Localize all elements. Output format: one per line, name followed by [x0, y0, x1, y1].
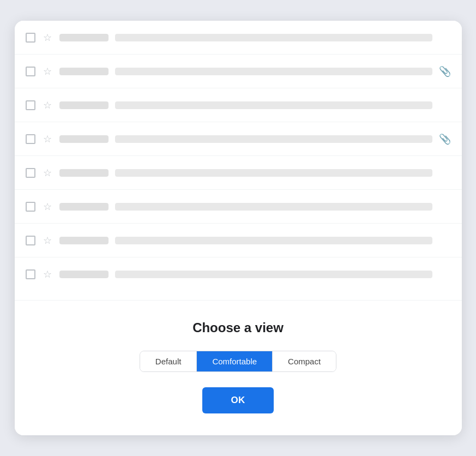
view-options-group: Default Comfortable Compact: [140, 351, 336, 372]
star-icon[interactable]: ☆: [42, 32, 53, 43]
email-row[interactable]: ☆: [15, 156, 462, 190]
subject-bar: [115, 34, 432, 41]
star-icon[interactable]: ☆: [42, 66, 53, 77]
sender-bar: [59, 34, 109, 41]
email-row[interactable]: ☆: [15, 224, 462, 257]
sender-bar: [59, 169, 109, 177]
email-list: ☆ ☆ 📎 ☆ ☆ 📎 ☆: [15, 21, 462, 300]
email-row[interactable]: ☆: [15, 190, 462, 224]
star-icon[interactable]: ☆: [42, 167, 53, 178]
checkbox-icon[interactable]: [26, 168, 35, 178]
view-option-compact[interactable]: Compact: [273, 351, 336, 371]
bottom-panel: Choose a view Default Comfortable Compac…: [15, 300, 462, 435]
checkbox-icon[interactable]: [26, 236, 35, 245]
sender-bar: [59, 135, 109, 143]
subject-bar: [115, 169, 432, 177]
sender-bar: [59, 68, 109, 75]
subject-bar: [115, 68, 432, 75]
star-icon[interactable]: ☆: [42, 134, 53, 145]
checkbox-icon[interactable]: [26, 67, 35, 76]
sender-bar: [59, 237, 109, 244]
checkbox-icon[interactable]: [26, 100, 35, 110]
subject-bar: [115, 101, 432, 109]
email-row[interactable]: ☆: [15, 88, 462, 122]
subject-bar: [115, 237, 432, 244]
sender-bar: [59, 101, 109, 109]
sender-bar: [59, 203, 109, 211]
email-row[interactable]: ☆: [15, 257, 462, 291]
attachment-icon: 📎: [439, 133, 451, 145]
ok-button[interactable]: OK: [202, 387, 273, 413]
star-icon[interactable]: ☆: [42, 235, 53, 246]
checkbox-icon[interactable]: [26, 33, 35, 43]
view-option-default[interactable]: Default: [140, 351, 197, 371]
sender-bar: [59, 271, 109, 278]
checkbox-icon[interactable]: [26, 202, 35, 212]
star-icon[interactable]: ☆: [42, 100, 53, 111]
subject-bar: [115, 271, 432, 278]
subject-bar: [115, 135, 432, 143]
subject-bar: [115, 203, 432, 211]
attachment-icon: 📎: [439, 65, 451, 77]
checkbox-icon[interactable]: [26, 134, 35, 144]
star-icon[interactable]: ☆: [42, 201, 53, 212]
email-row[interactable]: ☆ 📎: [15, 122, 462, 156]
view-option-comfortable[interactable]: Comfortable: [197, 351, 273, 371]
dialog-title: Choose a view: [192, 320, 284, 335]
modal-container: ☆ ☆ 📎 ☆ ☆ 📎 ☆: [15, 21, 462, 435]
email-row[interactable]: ☆: [15, 21, 462, 55]
checkbox-icon[interactable]: [26, 269, 35, 279]
email-row[interactable]: ☆ 📎: [15, 55, 462, 88]
star-icon[interactable]: ☆: [42, 269, 53, 280]
